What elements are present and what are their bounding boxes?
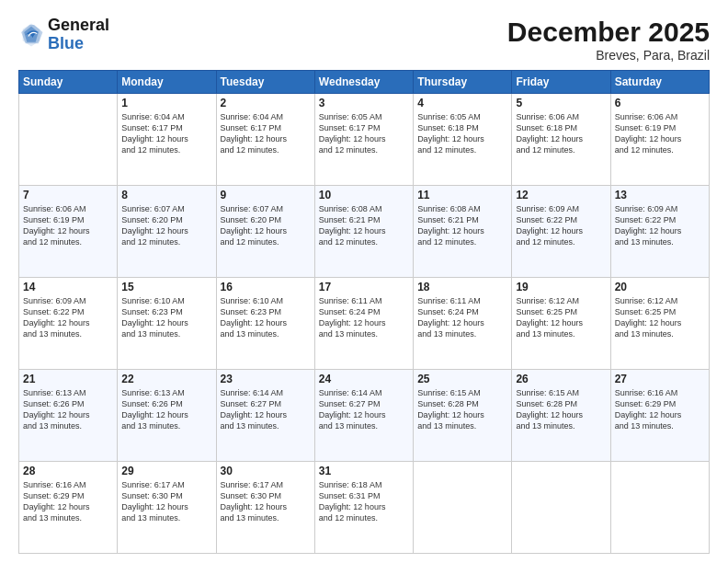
cell-info: Sunrise: 6:10 AM Sunset: 6:23 PM Dayligh… <box>221 295 311 340</box>
calendar-cell: 19Sunrise: 6:12 AM Sunset: 6:25 PM Dayli… <box>512 278 610 370</box>
calendar-cell: 7Sunrise: 6:06 AM Sunset: 6:19 PM Daylig… <box>19 186 118 278</box>
cell-day-number: 6 <box>615 97 705 109</box>
calendar-cell <box>19 94 118 186</box>
calendar-cell: 14Sunrise: 6:09 AM Sunset: 6:22 PM Dayli… <box>19 278 118 370</box>
calendar-cell: 24Sunrise: 6:14 AM Sunset: 6:27 PM Dayli… <box>314 370 413 462</box>
calendar-cell: 30Sunrise: 6:17 AM Sunset: 6:30 PM Dayli… <box>216 462 314 554</box>
cell-info: Sunrise: 6:06 AM Sunset: 6:19 PM Dayligh… <box>23 203 113 248</box>
calendar-cell: 4Sunrise: 6:05 AM Sunset: 6:18 PM Daylig… <box>414 94 512 186</box>
calendar-cell: 16Sunrise: 6:10 AM Sunset: 6:23 PM Dayli… <box>216 278 314 370</box>
day-header-friday: Friday <box>512 71 610 94</box>
cell-info: Sunrise: 6:08 AM Sunset: 6:21 PM Dayligh… <box>319 203 409 248</box>
cell-day-number: 26 <box>516 373 606 385</box>
cell-info: Sunrise: 6:14 AM Sunset: 6:27 PM Dayligh… <box>319 387 409 432</box>
cell-info: Sunrise: 6:11 AM Sunset: 6:24 PM Dayligh… <box>319 295 409 340</box>
calendar-cell: 2Sunrise: 6:04 AM Sunset: 6:17 PM Daylig… <box>216 94 314 186</box>
page: General Blue December 2025 Breves, Para,… <box>0 0 728 563</box>
day-header-tuesday: Tuesday <box>216 71 314 94</box>
day-header-thursday: Thursday <box>414 71 512 94</box>
cell-info: Sunrise: 6:06 AM Sunset: 6:19 PM Dayligh… <box>615 111 705 156</box>
calendar-cell: 28Sunrise: 6:16 AM Sunset: 6:29 PM Dayli… <box>19 462 118 554</box>
calendar-cell: 10Sunrise: 6:08 AM Sunset: 6:21 PM Dayli… <box>314 186 413 278</box>
calendar-week-1: 1Sunrise: 6:04 AM Sunset: 6:17 PM Daylig… <box>19 94 710 186</box>
day-header-wednesday: Wednesday <box>314 71 413 94</box>
cell-day-number: 25 <box>417 373 507 385</box>
title-area: December 2025 Breves, Para, Brazil <box>507 17 710 63</box>
cell-day-number: 29 <box>121 465 211 477</box>
cell-info: Sunrise: 6:13 AM Sunset: 6:26 PM Dayligh… <box>23 387 113 432</box>
cell-day-number: 9 <box>221 189 311 201</box>
calendar-cell: 27Sunrise: 6:16 AM Sunset: 6:29 PM Dayli… <box>610 370 709 462</box>
calendar-cell: 5Sunrise: 6:06 AM Sunset: 6:18 PM Daylig… <box>512 94 610 186</box>
logo-icon <box>18 22 44 48</box>
cell-day-number: 30 <box>221 465 311 477</box>
cell-day-number: 4 <box>417 97 507 109</box>
calendar-cell: 31Sunrise: 6:18 AM Sunset: 6:31 PM Dayli… <box>314 462 413 554</box>
cell-day-number: 19 <box>516 281 606 293</box>
calendar-cell: 26Sunrise: 6:15 AM Sunset: 6:28 PM Dayli… <box>512 370 610 462</box>
cell-info: Sunrise: 6:06 AM Sunset: 6:18 PM Dayligh… <box>516 111 606 156</box>
day-header-monday: Monday <box>118 71 216 94</box>
calendar-cell: 3Sunrise: 6:05 AM Sunset: 6:17 PM Daylig… <box>314 94 413 186</box>
calendar-cell: 12Sunrise: 6:09 AM Sunset: 6:22 PM Dayli… <box>512 186 610 278</box>
cell-day-number: 2 <box>221 97 311 109</box>
cell-day-number: 14 <box>23 281 113 293</box>
cell-day-number: 22 <box>121 373 211 385</box>
cell-info: Sunrise: 6:04 AM Sunset: 6:17 PM Dayligh… <box>121 111 211 156</box>
day-header-sunday: Sunday <box>19 71 118 94</box>
cell-info: Sunrise: 6:12 AM Sunset: 6:25 PM Dayligh… <box>615 295 705 340</box>
cell-info: Sunrise: 6:09 AM Sunset: 6:22 PM Dayligh… <box>23 295 113 340</box>
cell-info: Sunrise: 6:05 AM Sunset: 6:18 PM Dayligh… <box>417 111 507 156</box>
cell-day-number: 12 <box>516 189 606 201</box>
cell-day-number: 31 <box>319 465 409 477</box>
calendar-cell: 25Sunrise: 6:15 AM Sunset: 6:28 PM Dayli… <box>414 370 512 462</box>
cell-day-number: 11 <box>417 189 507 201</box>
cell-day-number: 18 <box>417 281 507 293</box>
cell-info: Sunrise: 6:17 AM Sunset: 6:30 PM Dayligh… <box>221 479 311 524</box>
cell-day-number: 1 <box>121 97 211 109</box>
calendar-cell: 23Sunrise: 6:14 AM Sunset: 6:27 PM Dayli… <box>216 370 314 462</box>
cell-day-number: 3 <box>319 97 409 109</box>
calendar-cell: 18Sunrise: 6:11 AM Sunset: 6:24 PM Dayli… <box>414 278 512 370</box>
calendar-cell: 20Sunrise: 6:12 AM Sunset: 6:25 PM Dayli… <box>610 278 709 370</box>
cell-day-number: 10 <box>319 189 409 201</box>
calendar-cell: 8Sunrise: 6:07 AM Sunset: 6:20 PM Daylig… <box>118 186 216 278</box>
cell-info: Sunrise: 6:11 AM Sunset: 6:24 PM Dayligh… <box>417 295 507 340</box>
calendar-cell: 22Sunrise: 6:13 AM Sunset: 6:26 PM Dayli… <box>118 370 216 462</box>
calendar-week-5: 28Sunrise: 6:16 AM Sunset: 6:29 PM Dayli… <box>19 462 710 554</box>
cell-info: Sunrise: 6:14 AM Sunset: 6:27 PM Dayligh… <box>221 387 311 432</box>
calendar-cell: 1Sunrise: 6:04 AM Sunset: 6:17 PM Daylig… <box>118 94 216 186</box>
cell-day-number: 24 <box>319 373 409 385</box>
cell-day-number: 20 <box>615 281 705 293</box>
calendar-cell: 15Sunrise: 6:10 AM Sunset: 6:23 PM Dayli… <box>118 278 216 370</box>
header: General Blue December 2025 Breves, Para,… <box>18 17 710 63</box>
calendar-week-2: 7Sunrise: 6:06 AM Sunset: 6:19 PM Daylig… <box>19 186 710 278</box>
calendar-cell <box>512 462 610 554</box>
calendar-cell: 6Sunrise: 6:06 AM Sunset: 6:19 PM Daylig… <box>610 94 709 186</box>
calendar-cell <box>414 462 512 554</box>
cell-day-number: 8 <box>121 189 211 201</box>
month-title: December 2025 <box>507 17 710 48</box>
calendar-cell: 29Sunrise: 6:17 AM Sunset: 6:30 PM Dayli… <box>118 462 216 554</box>
cell-info: Sunrise: 6:12 AM Sunset: 6:25 PM Dayligh… <box>516 295 606 340</box>
cell-info: Sunrise: 6:16 AM Sunset: 6:29 PM Dayligh… <box>615 387 705 432</box>
cell-info: Sunrise: 6:04 AM Sunset: 6:17 PM Dayligh… <box>221 111 311 156</box>
cell-info: Sunrise: 6:13 AM Sunset: 6:26 PM Dayligh… <box>121 387 211 432</box>
cell-day-number: 21 <box>23 373 113 385</box>
cell-info: Sunrise: 6:05 AM Sunset: 6:17 PM Dayligh… <box>319 111 409 156</box>
cell-info: Sunrise: 6:07 AM Sunset: 6:20 PM Dayligh… <box>221 203 311 248</box>
calendar-cell: 11Sunrise: 6:08 AM Sunset: 6:21 PM Dayli… <box>414 186 512 278</box>
cell-info: Sunrise: 6:18 AM Sunset: 6:31 PM Dayligh… <box>319 479 409 524</box>
calendar-table: SundayMondayTuesdayWednesdayThursdayFrid… <box>18 70 710 554</box>
cell-info: Sunrise: 6:15 AM Sunset: 6:28 PM Dayligh… <box>417 387 507 432</box>
cell-info: Sunrise: 6:16 AM Sunset: 6:29 PM Dayligh… <box>23 479 113 524</box>
cell-info: Sunrise: 6:08 AM Sunset: 6:21 PM Dayligh… <box>417 203 507 248</box>
calendar-week-3: 14Sunrise: 6:09 AM Sunset: 6:22 PM Dayli… <box>19 278 710 370</box>
location: Breves, Para, Brazil <box>507 48 710 63</box>
cell-day-number: 17 <box>319 281 409 293</box>
calendar-week-4: 21Sunrise: 6:13 AM Sunset: 6:26 PM Dayli… <box>19 370 710 462</box>
cell-day-number: 16 <box>221 281 311 293</box>
cell-info: Sunrise: 6:09 AM Sunset: 6:22 PM Dayligh… <box>516 203 606 248</box>
cell-day-number: 13 <box>615 189 705 201</box>
logo-text: General Blue <box>48 17 109 53</box>
